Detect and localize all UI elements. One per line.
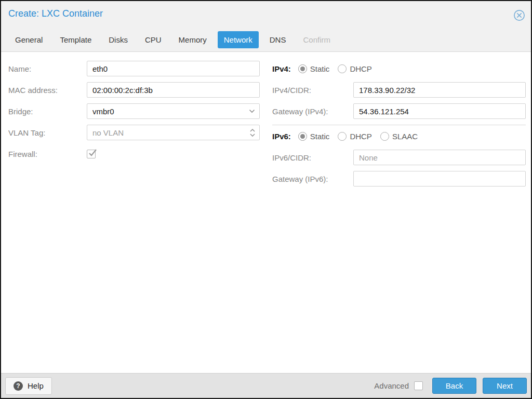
gateway6-label: Gateway (IPv6): [272, 175, 353, 183]
ipv6-dhcp-label: DHCP [350, 132, 372, 141]
firewall-label: Firewall: [8, 150, 87, 158]
gateway6-row: Gateway (IPv6): [272, 171, 526, 187]
ipv6-static-radio[interactable] [298, 132, 307, 141]
next-button[interactable]: Next [483, 378, 527, 394]
dialog-title: Create: LXC Container [8, 8, 103, 19]
footer-actions: Advanced Back Next [374, 378, 527, 394]
tab-memory[interactable]: Memory [172, 31, 213, 48]
ipv4-dhcp-radio[interactable] [338, 64, 347, 73]
tab-cpu[interactable]: CPU [139, 31, 168, 48]
ipv6-mode-group: Static DHCP SLAAC [298, 132, 426, 141]
ipv4-cidr-input[interactable] [353, 82, 526, 98]
tab-confirm: Confirm [297, 31, 337, 48]
ipv6-static-label: Static [310, 132, 330, 141]
mac-label: MAC address: [8, 86, 87, 95]
gateway4-row: Gateway (IPv4): [272, 103, 526, 119]
vlan-label: VLAN Tag: [8, 128, 87, 137]
name-label: Name: [8, 64, 87, 73]
tab-template[interactable]: Template [54, 31, 98, 48]
firewall-checkbox[interactable] [87, 150, 96, 158]
ipv6-cidr-input[interactable] [353, 150, 526, 165]
bridge-label: Bridge: [8, 107, 87, 116]
advanced-checkbox[interactable] [414, 381, 423, 390]
network-form-panel: Name: MAC address: Bridge: [1, 51, 531, 373]
mac-input[interactable] [87, 82, 260, 98]
vlan-input[interactable] [87, 125, 260, 140]
checkmark-icon [88, 148, 97, 157]
tab-general[interactable]: General [9, 31, 49, 48]
ipv4-label: IPv4: [272, 64, 291, 73]
ipv6-cidr-row: IPv6/CIDR: [272, 150, 526, 165]
advanced-label: Advanced [374, 381, 409, 390]
ipv4-mode-group: Static DHCP [298, 64, 380, 73]
ipv4-mode-row: IPv4: Static DHCP [272, 61, 526, 76]
ipv4-static-radio[interactable] [298, 64, 307, 73]
ipv6-label: IPv6: [272, 132, 291, 141]
gateway4-input[interactable] [353, 103, 526, 119]
circle-x-icon [513, 9, 525, 21]
ipv6-dhcp-radio[interactable] [338, 132, 347, 141]
ipv4-cidr-label: IPv4/CIDR: [272, 86, 353, 95]
ipv6-slaac-radio[interactable] [380, 132, 389, 141]
tab-network[interactable]: Network [218, 31, 259, 48]
vlan-row: VLAN Tag: [8, 125, 260, 140]
create-lxc-container-dialog: Create: LXC Container General Template D… [0, 0, 532, 399]
form-left-column: Name: MAC address: Bridge: [8, 61, 260, 167]
bridge-combobox[interactable] [87, 103, 260, 119]
close-button[interactable] [513, 9, 525, 21]
tab-bar: General Template Disks CPU Memory Networ… [9, 31, 526, 48]
ipv6-slaac-label: SLAAC [392, 132, 418, 141]
ipv6-section-divider [272, 125, 526, 125]
ipv4-cidr-row: IPv4/CIDR: [272, 82, 526, 98]
ipv4-dhcp-label: DHCP [350, 64, 372, 73]
tab-disks[interactable]: Disks [102, 31, 134, 48]
help-button-label: Help [28, 381, 44, 390]
dialog-footer: ? Help Advanced Back Next [1, 373, 531, 398]
ipv6-mode-row: IPv6: Static DHCP SLAAC [272, 128, 526, 144]
name-input[interactable] [87, 61, 260, 76]
back-button[interactable]: Back [432, 378, 476, 394]
name-row: Name: [8, 61, 260, 76]
question-circle-icon: ? [14, 381, 23, 391]
firewall-row: Firewall: [8, 146, 260, 162]
ipv6-cidr-label: IPv6/CIDR: [272, 153, 353, 162]
form-right-column: IPv4: Static DHCP IPv4/CIDR: Gateway (IP… [272, 61, 526, 192]
ipv4-static-label: Static [310, 64, 330, 73]
mac-row: MAC address: [8, 82, 260, 98]
gateway6-input[interactable] [353, 171, 526, 187]
help-button[interactable]: ? Help [5, 377, 52, 395]
gateway4-label: Gateway (IPv4): [272, 107, 353, 116]
tab-dns[interactable]: DNS [263, 31, 292, 48]
bridge-row: Bridge: [8, 103, 260, 119]
